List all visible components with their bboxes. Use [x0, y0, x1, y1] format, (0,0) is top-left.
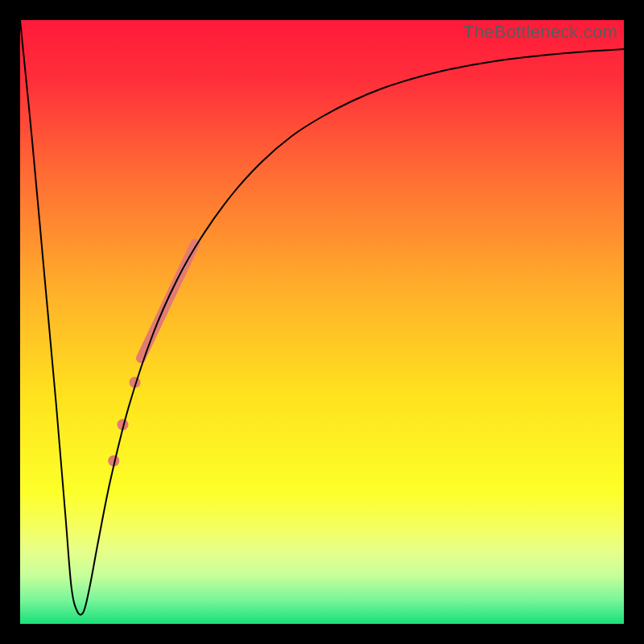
watermark-text: TheBottleneck.com [463, 22, 617, 43]
plot-area: TheBottleneck.com [20, 20, 624, 624]
gradient-background [20, 20, 624, 624]
chart-svg [20, 20, 624, 624]
chart-frame: TheBottleneck.com [0, 0, 644, 644]
